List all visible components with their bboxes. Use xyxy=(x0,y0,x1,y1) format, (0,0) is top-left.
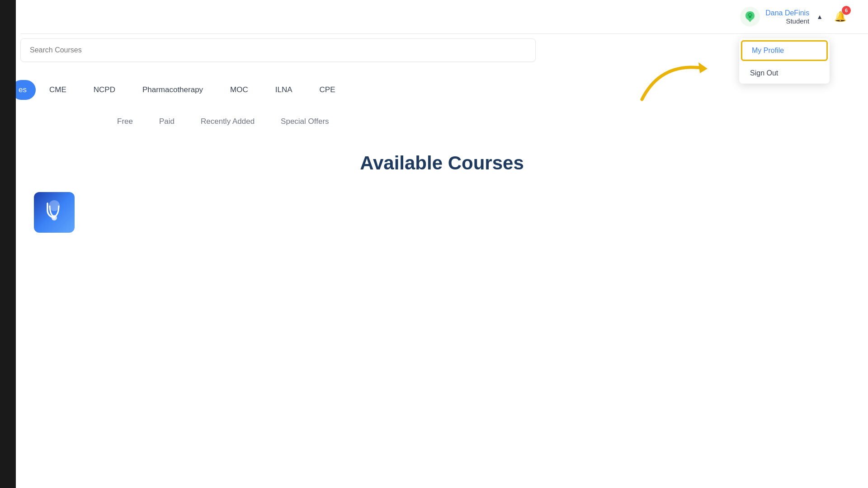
dropdown-item-sign-out[interactable]: Sign Out xyxy=(739,63,830,84)
tab-item-cpe[interactable]: CPE xyxy=(306,80,349,100)
course-card[interactable] xyxy=(34,192,75,233)
user-role: Student xyxy=(786,17,809,25)
tab-item-pharmacotherapy[interactable]: Pharmacotherapy xyxy=(129,80,217,100)
app-logo xyxy=(740,7,760,27)
tab-item-ncpd[interactable]: NCPD xyxy=(80,80,129,100)
filter-paid[interactable]: Paid xyxy=(148,113,185,130)
user-name: Dana DeFinis xyxy=(765,9,809,17)
user-dropdown-menu: My Profile Sign Out xyxy=(739,38,830,84)
svg-point-1 xyxy=(749,15,751,18)
tab-item-moc[interactable]: MOC xyxy=(217,80,262,100)
user-info: Dana DeFinis Student xyxy=(765,9,809,25)
chevron-up-icon: ▲ xyxy=(816,13,823,20)
section-title: Available Courses xyxy=(16,139,868,188)
header: Dana DeFinis Student ▲ 🔔 6 My Profile Si… xyxy=(16,0,868,33)
tab-item-cme[interactable]: CME xyxy=(36,80,80,100)
filter-tabs: Free Paid Recently Added Special Offers xyxy=(16,104,868,139)
courses-area xyxy=(16,188,868,237)
search-input[interactable] xyxy=(20,38,536,62)
filter-recently-added[interactable]: Recently Added xyxy=(190,113,265,130)
course-card-image xyxy=(34,192,75,233)
tab-item-ilna[interactable]: ILNA xyxy=(262,80,306,100)
notification-badge: 6 xyxy=(842,6,851,15)
dropdown-item-my-profile[interactable]: My Profile xyxy=(741,40,828,61)
filter-special-offers[interactable]: Special Offers xyxy=(270,113,340,130)
left-sidebar xyxy=(0,0,16,488)
user-menu-trigger[interactable]: Dana DeFinis Student ▲ xyxy=(740,7,823,27)
filter-free[interactable]: Free xyxy=(106,113,144,130)
notification-button[interactable]: 🔔 6 xyxy=(830,7,850,27)
